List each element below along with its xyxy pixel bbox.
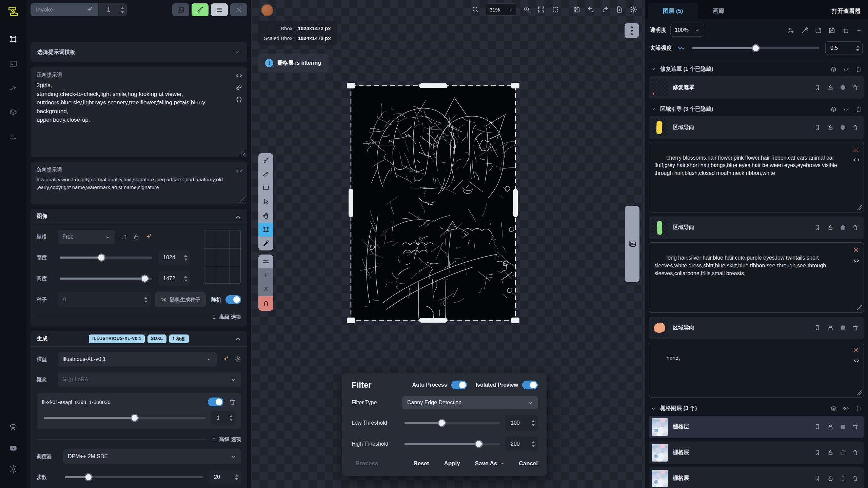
zoom-out-icon[interactable] [472, 6, 479, 13]
zoom-in-icon[interactable] [523, 6, 531, 13]
stepper-arrows-icon[interactable] [121, 3, 124, 16]
canvas-settings-icon[interactable] [630, 6, 637, 13]
trash-icon[interactable] [852, 84, 859, 90]
width-input[interactable]: 1024 [158, 250, 190, 265]
nav-queue-icon[interactable] [6, 129, 21, 144]
seed-stepper-arrows[interactable] [144, 292, 147, 307]
group-visibility-icon[interactable] [843, 405, 849, 412]
bookmark-icon[interactable] [814, 475, 821, 482]
trash-icon[interactable] [852, 449, 859, 456]
resize-handle[interactable] [240, 150, 245, 155]
transform-sparkle-tool[interactable] [258, 268, 273, 282]
eraser-tool[interactable] [258, 167, 273, 181]
swap-dimensions-icon[interactable] [121, 233, 127, 240]
save-layer-icon[interactable] [828, 27, 835, 34]
nav-workflows-icon[interactable] [6, 81, 21, 96]
settings-icon[interactable] [6, 462, 21, 476]
close-button[interactable] [230, 3, 247, 16]
generate-random-seed-button[interactable]: 随机生成种子 [155, 292, 206, 307]
generation-advanced-options[interactable]: 高级 选项 [37, 436, 241, 443]
group-visibility-icon[interactable] [843, 106, 849, 112]
regional-prompt-box[interactable]: cherry blossoms,hair flower,pink flower,… [649, 142, 864, 212]
lock-icon[interactable] [827, 325, 834, 331]
lock-aspect-icon[interactable] [133, 233, 140, 240]
support-icon[interactable] [6, 420, 21, 434]
visibility-dot[interactable] [841, 476, 845, 481]
code-toggle-icon[interactable] [236, 72, 242, 79]
resize-handle[interactable] [856, 205, 862, 210]
bbox-tool[interactable] [258, 223, 273, 237]
regional-prompt-text[interactable]: long hair,silver hair,blue hair,cute,pur… [654, 255, 828, 276]
redo-icon[interactable] [601, 6, 609, 13]
filter-tool[interactable] [258, 255, 273, 268]
youtube-icon[interactable] [6, 441, 21, 455]
negative-prompt-text[interactable]: low quality,worst quality,normal quality… [37, 176, 229, 191]
save-as-button[interactable]: Save As [475, 460, 504, 467]
lora-delete-icon[interactable] [229, 399, 236, 405]
delete-layer-tool[interactable] [258, 296, 273, 311]
visibility-dot[interactable] [841, 425, 845, 429]
regional-prompt-box[interactable]: long hair,silver hair,blue hair,cute,pur… [649, 242, 864, 313]
apply-button[interactable]: Apply [444, 460, 460, 467]
brush-tool[interactable] [258, 153, 273, 167]
tab-gallery[interactable]: 画廊 [698, 3, 739, 19]
lora-select[interactable]: 添加 LoRA [58, 372, 241, 387]
scheduler-select[interactable]: DPM++ 2M SDE [63, 449, 241, 464]
visibility-dot[interactable] [841, 85, 845, 90]
group-visibility-icon[interactable] [843, 66, 849, 72]
bbox-handle-top-right[interactable] [511, 83, 519, 88]
invoke-logo-icon[interactable] [6, 4, 21, 19]
merge-visible-icon[interactable] [788, 27, 795, 34]
steps-input[interactable]: 20 [209, 470, 241, 485]
canvas-area[interactable]: 31% Bbox: 1024×1472 px Scaled Bbox: 1024… [252, 0, 644, 488]
rect-tool[interactable] [258, 181, 273, 195]
bookmark-icon[interactable] [814, 84, 821, 90]
color-swatch[interactable] [261, 4, 273, 16]
remove-prompt-icon[interactable] [853, 346, 859, 354]
inpaint-mask-group-header[interactable]: 修复遮罩 (1 个已隐藏) [648, 62, 865, 76]
fit-bbox-icon[interactable] [552, 6, 559, 13]
group-stack-icon[interactable] [830, 405, 837, 412]
regional-guidance-layer[interactable]: 区域导向 [649, 217, 864, 239]
nav-upscale-icon[interactable] [6, 56, 21, 71]
visibility-dot[interactable] [841, 125, 845, 130]
image-advanced-options[interactable]: 高级 选项 [37, 314, 241, 320]
remove-prompt-icon[interactable] [853, 146, 859, 154]
gallery-drawer-handle[interactable] [625, 206, 639, 282]
crop-to-bbox-icon[interactable] [815, 27, 822, 34]
trash-icon[interactable] [852, 475, 859, 482]
code-toggle-icon[interactable] [853, 156, 860, 164]
generation-section-header[interactable]: 生成 ILLUSTRIOUS-XL-V0.1 SDXL 1 概念 [31, 331, 247, 347]
fit-to-view-icon[interactable] [537, 6, 545, 13]
bookmark-icon[interactable] [814, 124, 821, 130]
low-threshold-input[interactable]: 100 [505, 415, 538, 430]
visibility-dot[interactable] [841, 225, 845, 230]
brush-mode-button[interactable] [192, 3, 209, 16]
regional-prompt-text[interactable]: hand, [667, 355, 680, 361]
model-select[interactable]: Illustrious-XL-v0.1 [58, 352, 217, 366]
raster-layer[interactable]: 栅格层 [649, 467, 864, 488]
save-canvas-icon[interactable] [573, 6, 580, 13]
raster-layer[interactable]: 栅格层 [649, 442, 864, 464]
bbox-handle-bottom-left[interactable] [347, 318, 355, 323]
inpaint-mask-layer[interactable]: 修复遮罩 [649, 76, 864, 99]
image-section-header[interactable]: 图像 [31, 209, 247, 224]
auto-process-toggle[interactable] [451, 381, 467, 389]
aspect-select[interactable]: Free [58, 230, 115, 244]
lora-weight-slider[interactable] [44, 415, 206, 421]
high-threshold-input[interactable]: 200 [505, 436, 538, 451]
lock-icon[interactable] [827, 475, 834, 482]
zoom-level-select[interactable]: 31% [486, 3, 516, 16]
bbox-handle-bottom-right[interactable] [511, 318, 519, 323]
bookmark-icon[interactable] [814, 325, 821, 331]
positive-prompt-box[interactable]: 正向提示词 2girls, standing,check-to-check,li… [31, 67, 247, 157]
visibility-dot[interactable] [841, 325, 845, 330]
process-button[interactable]: Process [356, 460, 378, 467]
height-slider[interactable] [60, 276, 152, 282]
code-toggle-icon[interactable] [853, 357, 860, 364]
nav-canvas-icon[interactable] [6, 32, 21, 47]
lock-icon[interactable] [827, 84, 834, 90]
raster-layer[interactable]: 栅格层 [649, 416, 864, 438]
code-toggle-icon[interactable] [853, 256, 860, 264]
tab-layers[interactable]: 图层 (5) [648, 3, 698, 19]
